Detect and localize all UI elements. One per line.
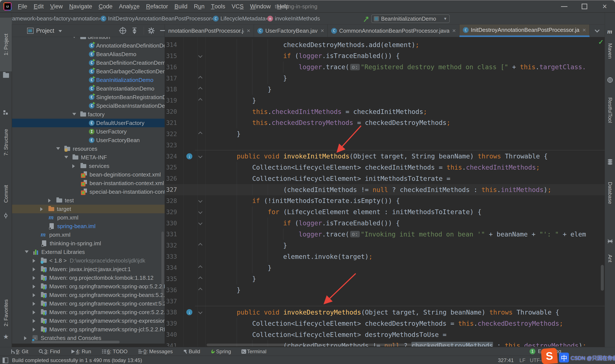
locate-file-icon[interactable] xyxy=(120,27,126,34)
chevron-expanded-icon[interactable] xyxy=(72,37,76,38)
breadcrumb-item[interactable]: factory xyxy=(54,15,71,22)
tree-row[interactable]: services xyxy=(12,162,165,170)
chevron-collapsed-icon[interactable] xyxy=(33,319,35,323)
fold-region-start-icon[interactable] xyxy=(198,210,202,214)
tree-row[interactable]: resources xyxy=(12,144,165,153)
fold-region-end-icon[interactable] xyxy=(198,131,202,136)
code-line[interactable] xyxy=(207,140,605,151)
tree-row[interactable]: Maven: org.springframework:spring-core:5… xyxy=(12,308,165,316)
code-line[interactable]: Collection<LifecycleElement> checkedDest… xyxy=(207,318,605,329)
caret-position[interactable]: 327:41 xyxy=(498,356,514,364)
tree-row[interactable]: Maven: org.springframework:spring-expres… xyxy=(12,316,165,325)
code-line[interactable]: element.invoke(target); xyxy=(207,251,605,262)
tree-row[interactable]: CDefaultUserFactory xyxy=(12,119,165,127)
hidden-tabs-chevron-icon[interactable] xyxy=(590,25,605,37)
menu-item-vcs[interactable]: VCS xyxy=(228,0,247,13)
editor-tab[interactable]: CUserFactoryBean.java× xyxy=(254,25,328,37)
code-line[interactable]: } xyxy=(207,240,605,251)
code-line[interactable]: } xyxy=(207,262,605,273)
fold-region-start-icon[interactable] xyxy=(198,198,202,203)
code-line[interactable]: public void invokeDestroyMethods(Object … xyxy=(207,307,605,318)
fold-region-end-icon[interactable] xyxy=(198,288,202,292)
tool-window-toggle-icon[interactable] xyxy=(3,358,8,363)
code-line[interactable]: logger.trace(o:"Invoking init method on … xyxy=(207,229,605,240)
stripe-tab-favorites[interactable]: 2: Favorites xyxy=(0,295,12,331)
menu-item-code[interactable]: Code xyxy=(95,0,116,13)
project-tree-vertical-scrollbar[interactable] xyxy=(161,232,164,306)
stripe-tab-restfultool[interactable]: RestfulTool xyxy=(605,85,615,135)
tree-row[interactable]: CUserFactoryBean xyxy=(12,136,165,144)
toolwindow-button-spring[interactable]: Spring xyxy=(210,349,231,354)
close-button[interactable]: × xyxy=(595,0,614,13)
chevron-collapsed-icon[interactable] xyxy=(33,311,35,314)
tree-row[interactable]: META-INF xyxy=(12,153,165,162)
chevron-expanded-icon[interactable] xyxy=(56,147,60,150)
chevron-expanded-icon[interactable] xyxy=(64,156,68,158)
tree-row[interactable]: CBeanDefinitionCreationDemo xyxy=(12,58,165,67)
code-line[interactable]: Collection<LifecycleElement> checkedInit… xyxy=(207,162,605,173)
toolwindow-button-build[interactable]: Build xyxy=(183,349,200,354)
minimize-button[interactable] xyxy=(555,0,574,13)
inspections-ok-icon[interactable]: ✓ xyxy=(598,38,604,46)
fold-region-end-icon[interactable] xyxy=(198,276,202,281)
chevron-collapsed-icon[interactable] xyxy=(33,302,35,306)
tree-row[interactable]: Maven: org.springframework:spring-contex… xyxy=(12,299,165,308)
project-panel-title[interactable]: Project xyxy=(36,25,54,37)
code-line[interactable]: logger.trace(o:"Registered destroy metho… xyxy=(207,62,605,73)
stripe-tab-ant[interactable]: Ant xyxy=(605,247,615,270)
toolwindow-button-terminal[interactable]: Terminal xyxy=(241,349,267,354)
override-gutter-icon[interactable]: ↓ xyxy=(186,153,192,159)
tree-row[interactable]: definition xyxy=(12,37,165,41)
chevron-collapsed-icon[interactable] xyxy=(72,164,75,168)
code-line[interactable]: if (logger.isTraceEnabled()) { xyxy=(207,218,605,229)
override-gutter-icon[interactable]: ↓ xyxy=(186,309,192,315)
tree-row[interactable]: Maven: javax.inject:javax.inject:1 xyxy=(12,265,165,273)
chevron-expanded-icon[interactable] xyxy=(25,250,29,253)
tree-row[interactable]: mpom.xml xyxy=(12,213,165,222)
toolwindow-button-run[interactable]: 4: Run xyxy=(70,349,91,354)
code-line[interactable]: this.checkedInitMethods = checkedInitMet… xyxy=(207,106,605,117)
code-line[interactable]: (checkedInitMethods != null ? checkedIni… xyxy=(207,184,605,195)
code-line[interactable]: } xyxy=(207,273,605,285)
code-line[interactable]: } xyxy=(207,128,605,140)
tree-row[interactable]: spring-bean.iml xyxy=(12,222,165,231)
fold-region-start-icon[interactable] xyxy=(198,53,202,58)
gear-icon[interactable] xyxy=(148,27,155,34)
menu-item-edit[interactable]: Edit xyxy=(31,0,47,13)
tree-row[interactable]: IUserFactory xyxy=(12,127,165,136)
code-line[interactable]: } xyxy=(207,285,605,296)
code-line[interactable]: public void invokeInitMethods(Object tar… xyxy=(207,151,605,162)
fold-region-end-icon[interactable] xyxy=(198,87,202,91)
tree-row[interactable]: CSpecialBeanInstantiationDemo xyxy=(12,102,165,110)
chevron-expanded-icon[interactable] xyxy=(72,113,76,116)
tree-row[interactable]: mpom.xml xyxy=(12,231,165,239)
stripe-tab-commit[interactable]: Commit xyxy=(0,177,12,211)
encoding-indicator[interactable]: UTF- xyxy=(530,356,542,364)
tab-close-icon[interactable]: × xyxy=(583,27,586,34)
tree-row[interactable]: CBeanInstantiationDemo xyxy=(12,84,165,93)
fold-region-end-icon[interactable] xyxy=(198,243,202,247)
editor-tab[interactable]: CCommonAnnotationBeanPostProcessor.java× xyxy=(328,25,459,37)
fold-region-start-icon[interactable] xyxy=(198,154,202,158)
tab-close-icon[interactable]: × xyxy=(321,27,324,34)
fold-region-start-icon[interactable] xyxy=(198,310,202,314)
fold-region-start-icon[interactable] xyxy=(198,221,202,225)
stripe-tab-structure[interactable]: 7: Structure xyxy=(0,117,12,167)
code-line[interactable]: if (logger.isTraceEnabled()) { xyxy=(207,50,605,62)
menu-item-window[interactable]: Window xyxy=(247,0,274,13)
code-line[interactable]: this.checkedDestroyMethods = checkedDest… xyxy=(207,117,605,128)
code-line[interactable]: if (!initMethodsToIterate.isEmpty()) { xyxy=(207,195,605,206)
tree-row[interactable]: thinking-in-spring.iml xyxy=(12,239,165,248)
tree-row[interactable]: factory xyxy=(12,110,165,119)
stripe-tab-project[interactable]: 1: Project xyxy=(0,18,12,71)
menu-item-analyze[interactable]: Analyze xyxy=(116,0,143,13)
code-line[interactable]: } xyxy=(207,95,605,106)
tree-row[interactable]: CBeanAliasDemo xyxy=(12,50,165,58)
tree-row[interactable]: special-bean-instantiation-context.xml xyxy=(12,187,165,196)
tree-row[interactable]: CAnnotationBeanDefinitionDemo xyxy=(12,41,165,50)
chevron-collapsed-icon[interactable] xyxy=(33,285,35,288)
menu-item-file[interactable]: File xyxy=(15,0,31,13)
breadcrumb-item[interactable]: annotation xyxy=(72,15,99,22)
chevron-collapsed-icon[interactable] xyxy=(40,207,43,211)
menu-item-build[interactable]: Build xyxy=(171,0,191,13)
